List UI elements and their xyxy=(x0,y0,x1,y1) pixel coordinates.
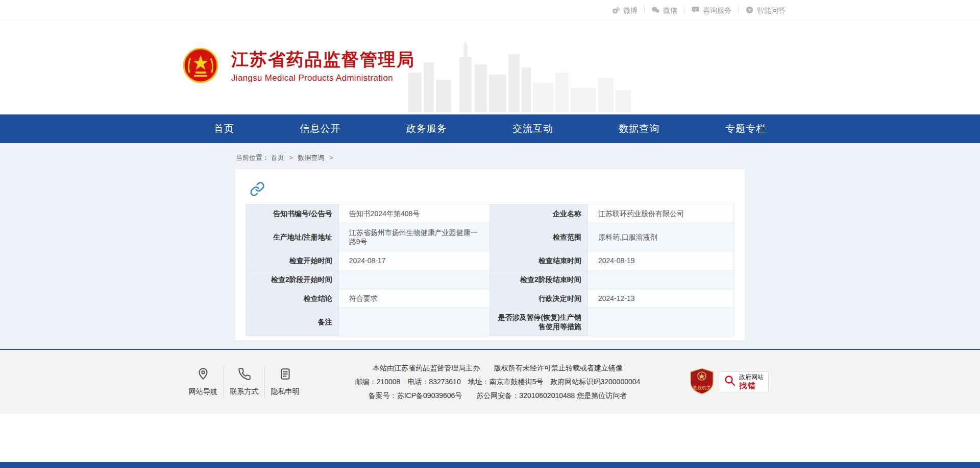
field-label: 备注 xyxy=(246,308,339,336)
consult-chat-icon xyxy=(691,6,700,14)
breadcrumb-home-link[interactable]: 首页 xyxy=(271,154,284,161)
brand-text: 江苏省药品监督管理局 Jiangsu Medical Products Admi… xyxy=(231,50,415,83)
field-label: 生产地址/注册地址 xyxy=(246,223,339,251)
magnifier-icon xyxy=(724,375,736,389)
smart-qa-label: 智能问答 xyxy=(757,7,786,14)
weibo-icon xyxy=(611,6,620,14)
field-label: 企业名称 xyxy=(490,204,587,223)
field-value: 告知书2024年第408号 xyxy=(338,204,490,223)
field-label: 检查结束时间 xyxy=(490,251,587,270)
wechat-icon xyxy=(651,6,660,14)
chain-link-icon xyxy=(250,181,265,199)
city-skyline-decoration xyxy=(408,36,633,114)
map-pin-icon xyxy=(197,367,210,382)
error-badge-bottom-label: 找错 xyxy=(739,381,764,390)
field-label: 检查2阶段开始时间 xyxy=(246,270,339,289)
field-label: 检查范围 xyxy=(490,223,587,251)
error-badge-top-label: 政府网站 xyxy=(739,374,764,381)
field-value: 2024-12-13 xyxy=(587,289,734,308)
field-value xyxy=(338,270,490,289)
field-value xyxy=(587,308,734,336)
contact-link[interactable]: 联系方式 xyxy=(224,365,264,399)
nav-item-gov-services[interactable]: 政务服务 xyxy=(404,122,449,135)
wechat-link[interactable]: 微信 xyxy=(644,6,684,14)
consult-service-link[interactable]: 咨询服务 xyxy=(684,6,738,14)
field-label: 行政决定时间 xyxy=(490,289,587,308)
svg-text:?: ? xyxy=(748,8,751,13)
field-value: 江苏联环药业股份有限公司 xyxy=(587,204,734,223)
table-row: 检查2阶段开始时间 检查2阶段结束时间 xyxy=(246,270,734,289)
field-label: 检查结论 xyxy=(246,289,339,308)
footer-line-address: 邮编：210008 电话：83273610 地址：南京市鼓楼街5号 政府网站标识… xyxy=(315,375,680,389)
gov-site-error-badge[interactable]: 政府网站 找错 xyxy=(719,371,769,392)
footer-line-icp: 备案号：苏ICP备09039606号 苏公网安备：32010602010488 … xyxy=(315,389,680,403)
field-value xyxy=(338,308,490,336)
field-value: 符合要求 xyxy=(338,289,490,308)
nav-item-interaction[interactable]: 交流互动 xyxy=(510,122,555,135)
footer-quick-links: 网站导航 联系方式 隐 xyxy=(183,365,305,399)
site-title: 江苏省药品监督管理局 xyxy=(231,50,415,69)
field-label: 告知书编号/公告号 xyxy=(246,204,339,223)
site-header: 江苏省药品监督管理局 Jiangsu Medical Products Admi… xyxy=(0,20,980,114)
field-value: 原料药,口服溶液剂 xyxy=(587,223,734,251)
page: 微博 微信 咨询服务 xyxy=(0,0,980,468)
table-row: 检查开始时间 2024-08-17 检查结束时间 2024-08-19 xyxy=(246,251,734,270)
table-row: 生产地址/注册地址 江苏省扬州市扬州生物健康产业园健康一路9号 检查范围 原料药… xyxy=(246,223,734,251)
national-emblem-logo xyxy=(182,47,219,86)
nav-item-home[interactable]: 首页 xyxy=(212,122,236,135)
field-value: 2024-08-17 xyxy=(338,251,490,270)
field-label: 检查2阶段结束时间 xyxy=(490,270,587,289)
table-row: 检查结论 符合要求 行政决定时间 2024-12-13 xyxy=(246,289,734,308)
bottom-navy-strip xyxy=(0,462,980,468)
table-row: 告知书编号/公告号 告知书2024年第408号 企业名称 江苏联环药业股份有限公… xyxy=(246,204,734,223)
breadcrumb-separator: > xyxy=(289,154,293,161)
field-label: 是否涉及暂停(恢复)生产销售使用等措施 xyxy=(490,308,587,336)
footer-info: 本站由江苏省药品监督管理局主办 版权所有未经许可禁止转载或者建立镜像 邮编：21… xyxy=(305,361,690,403)
breadcrumb: 当前位置： 首页 > 数据查询 > xyxy=(236,153,745,162)
agency-brand[interactable]: 江苏省药品监督管理局 Jiangsu Medical Products Admi… xyxy=(182,47,415,86)
inspection-detail-card: 告知书编号/公告号 告知书2024年第408号 企业名称 江苏联环药业股份有限公… xyxy=(235,169,745,341)
breadcrumb-prefix: 当前位置： xyxy=(236,154,269,161)
svg-text:党政机关: 党政机关 xyxy=(693,385,711,390)
footer-badges: 党政机关 政府网站 找错 xyxy=(690,368,769,396)
breadcrumb-data-query-link[interactable]: 数据查询 xyxy=(298,154,324,161)
nav-item-info-disclosure[interactable]: 信息公开 xyxy=(298,122,342,135)
footer-line-host: 本站由江苏省药品监督管理局主办 版权所有未经许可禁止转载或者建立镜像 xyxy=(315,361,680,375)
breadcrumb-separator: > xyxy=(329,154,333,161)
nav-item-data-query[interactable]: 数据查询 xyxy=(617,122,662,135)
privacy-label: 隐私申明 xyxy=(271,387,300,396)
inspection-detail-table: 告知书编号/公告号 告知书2024年第408号 企业名称 江苏联环药业股份有限公… xyxy=(246,204,734,336)
privacy-doc-icon xyxy=(279,367,292,382)
field-value: 2024-08-19 xyxy=(587,251,734,270)
phone-icon xyxy=(238,367,251,382)
contact-label: 联系方式 xyxy=(230,387,259,396)
site-map-label: 网站导航 xyxy=(189,387,217,396)
field-value: 江苏省扬州市扬州生物健康产业园健康一路9号 xyxy=(338,223,490,251)
footer-gap xyxy=(0,414,980,462)
content-area: 当前位置： 首页 > 数据查询 > 告知书编号/公告号 xyxy=(0,143,980,349)
privacy-link[interactable]: 隐私申明 xyxy=(264,365,305,399)
consult-service-label: 咨询服务 xyxy=(703,7,731,14)
error-badge-text: 政府网站 找错 xyxy=(739,374,764,390)
site-footer: 网站导航 联系方式 隐 xyxy=(0,349,980,414)
party-gov-badge[interactable]: 党政机关 xyxy=(690,368,714,396)
site-map-link[interactable]: 网站导航 xyxy=(183,365,224,399)
nav-item-special-topics[interactable]: 专题专栏 xyxy=(723,122,768,135)
wechat-label: 微信 xyxy=(663,7,677,14)
table-row: 备注 是否涉及暂停(恢复)生产销售使用等措施 xyxy=(246,308,734,336)
field-label: 检查开始时间 xyxy=(246,251,339,270)
site-subtitle: Jiangsu Medical Products Administration xyxy=(231,73,415,83)
weibo-link[interactable]: 微博 xyxy=(605,6,644,14)
main-nav: 首页 信息公开 政务服务 交流互动 数据查询 专题专栏 xyxy=(0,114,980,143)
smart-qa-icon: ? xyxy=(745,6,754,14)
smart-qa-link[interactable]: ? 智能问答 xyxy=(738,6,792,14)
field-value xyxy=(587,270,734,289)
top-utility-bar: 微博 微信 咨询服务 xyxy=(0,0,980,20)
weibo-label: 微博 xyxy=(623,7,638,14)
